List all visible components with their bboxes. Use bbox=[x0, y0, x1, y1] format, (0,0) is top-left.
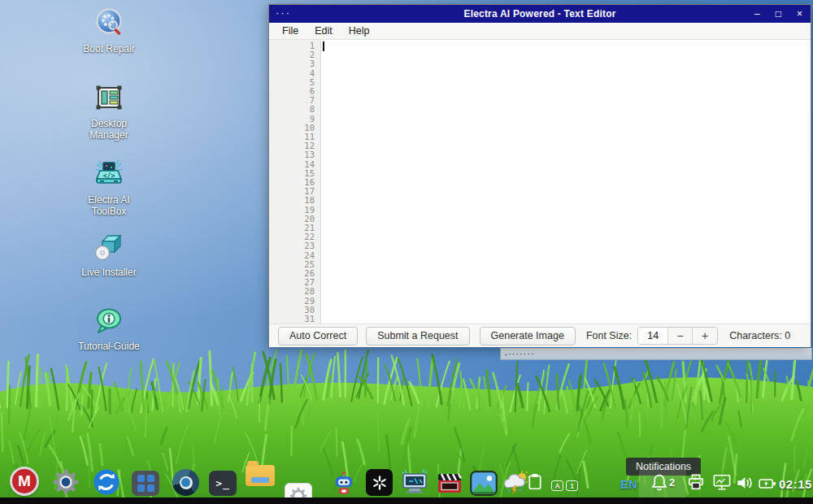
kbd-layout-secondary: 1 bbox=[566, 480, 578, 491]
chatgpt-icon[interactable] bbox=[366, 469, 393, 496]
desktop-icon-tutorial-guide[interactable]: Tutorial-Guide bbox=[72, 306, 146, 352]
text-editor-window: ··· Electra AI Powered - Text Editor – □… bbox=[268, 4, 811, 347]
editor-text-area[interactable] bbox=[321, 40, 811, 324]
font-size-value[interactable]: 14 bbox=[638, 328, 668, 344]
window-overflow-menu-icon[interactable]: ··· bbox=[276, 5, 291, 23]
notifications-bell-icon[interactable]: 2 bbox=[651, 473, 675, 491]
editor-toolbar: Auto Correct Submit a Request Generate I… bbox=[269, 324, 811, 347]
auto-correct-button[interactable]: Auto Correct bbox=[278, 327, 358, 345]
menu-bar: File Edit Help bbox=[269, 23, 811, 40]
volume-icon[interactable] bbox=[736, 475, 754, 491]
tutorial-guide-icon bbox=[92, 306, 126, 337]
settings-gear-icon[interactable] bbox=[52, 468, 80, 496]
text-cursor bbox=[323, 41, 324, 51]
line-number-gutter: 1234567891011121314151617181920212223242… bbox=[269, 40, 321, 324]
desktop-icon-desktop-manager[interactable]: Desktop Manager bbox=[72, 83, 146, 141]
character-count: Characters: 0 bbox=[729, 330, 790, 341]
minimize-button[interactable]: – bbox=[754, 9, 760, 19]
desktop-icon-label: Boot Repair bbox=[72, 43, 146, 54]
font-size-label: Font Size: bbox=[586, 330, 632, 341]
maximize-button[interactable]: □ bbox=[776, 9, 781, 19]
app-grid-icon[interactable] bbox=[132, 471, 159, 496]
desktop-icon-live-installer[interactable]: Live Installer bbox=[72, 230, 146, 278]
desktop-icon-label: Tutorial-Guide bbox=[72, 341, 146, 352]
terminal-icon[interactable]: >_ bbox=[209, 471, 237, 496]
mx-launcher-icon[interactable]: M bbox=[10, 467, 39, 496]
live-installer-icon bbox=[92, 230, 126, 263]
media-clapperboard-icon[interactable] bbox=[437, 471, 463, 496]
mx-letter: M bbox=[18, 472, 31, 490]
desktop-icon-label: Desktop Manager bbox=[72, 118, 146, 141]
submit-request-button[interactable]: Submit a Request bbox=[366, 327, 469, 345]
video-studio-icon[interactable] bbox=[400, 469, 429, 496]
keyboard-layout-icon[interactable]: A 1 bbox=[551, 480, 578, 491]
language-indicator[interactable]: EN bbox=[620, 477, 637, 491]
weather-icon[interactable] bbox=[501, 471, 530, 496]
close-button[interactable]: × bbox=[797, 9, 802, 19]
boot-repair-icon bbox=[93, 7, 125, 39]
font-size-decrease-button[interactable]: − bbox=[668, 328, 693, 344]
notification-count: 2 bbox=[669, 476, 675, 489]
kbd-layout-primary: A bbox=[551, 480, 563, 491]
software-update-icon[interactable] bbox=[93, 468, 120, 496]
file-manager-icon[interactable] bbox=[246, 465, 275, 486]
window-title: Electra AI Powered - Text Editor bbox=[463, 8, 615, 20]
electra-ai-toolbox-icon: </> bbox=[92, 159, 126, 190]
taskbar-bottom-strip bbox=[0, 497, 813, 504]
chromium-browser-icon[interactable] bbox=[172, 469, 199, 496]
desktop-icon-electra-ai-toolbox[interactable]: </> Electra AI ToolBox bbox=[72, 159, 146, 217]
editor-pane: 1234567891011121314151617181920212223242… bbox=[269, 40, 811, 324]
menu-edit[interactable]: Edit bbox=[307, 24, 341, 38]
desktop-wallpaper: Boot Repair Desktop Manager </> Electra … bbox=[0, 0, 813, 504]
display-icon[interactable] bbox=[712, 473, 732, 491]
clipboard-icon[interactable] bbox=[527, 472, 543, 491]
menu-help[interactable]: Help bbox=[341, 24, 378, 38]
image-gallery-icon[interactable] bbox=[470, 471, 498, 496]
taskbar: M bbox=[0, 467, 813, 497]
font-size-increase-button[interactable]: + bbox=[693, 328, 717, 344]
desktop-icon-label: Electra AI ToolBox bbox=[72, 194, 146, 217]
desktop-icon-boot-repair[interactable]: Boot Repair bbox=[72, 7, 146, 54]
desktop-manager-icon bbox=[93, 83, 125, 114]
svg-text:</>: </> bbox=[103, 172, 115, 180]
menu-file[interactable]: File bbox=[274, 24, 307, 38]
printer-icon[interactable] bbox=[687, 473, 705, 491]
battery-icon[interactable] bbox=[758, 476, 777, 491]
background-window-titlebar[interactable]: -······· bbox=[500, 348, 812, 360]
font-size-stepper: 14 − + bbox=[637, 327, 718, 345]
desktop-icon-label: Live Installer bbox=[72, 267, 146, 278]
window-titlebar[interactable]: ··· Electra AI Powered - Text Editor – □… bbox=[269, 5, 811, 23]
robot-assistant-icon[interactable] bbox=[333, 471, 355, 496]
generate-image-button[interactable]: Generate Image bbox=[480, 327, 576, 345]
taskbar-clock[interactable]: 02:15 bbox=[779, 477, 812, 491]
